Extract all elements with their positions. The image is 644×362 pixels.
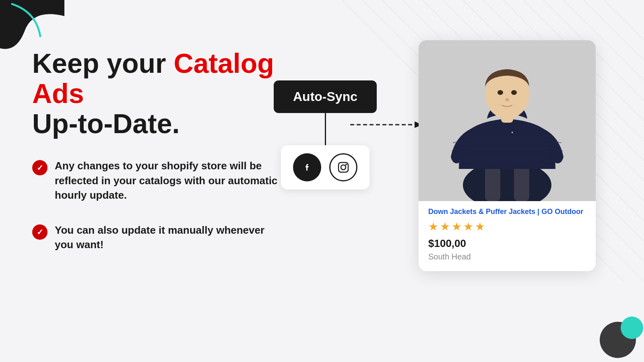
product-card: ● Down Jackets & Puffer Jackets | GO Out… xyxy=(419,40,596,271)
svg-point-18 xyxy=(341,165,346,170)
product-image: ● xyxy=(419,40,596,201)
autosync-section: Auto-Sync xyxy=(274,80,377,189)
check-icon-2 xyxy=(32,224,47,240)
feature-item-1: Any changes to your shopify store will b… xyxy=(32,158,282,202)
star-5: ★ xyxy=(475,220,485,233)
stars-row: ★ ★ ★ ★ ★ xyxy=(428,220,586,233)
star-4: ★ xyxy=(463,220,473,233)
svg-point-35 xyxy=(497,90,503,95)
feature-item-2: You can also update it manually whenever… xyxy=(32,223,282,252)
product-info: Down Jackets & Puffer Jackets | GO Outdo… xyxy=(419,201,596,261)
blob-bottom-right xyxy=(596,314,636,354)
social-icons-container xyxy=(281,145,369,189)
feature-text-1: Any changes to your shopify store will b… xyxy=(55,158,282,202)
product-title: Down Jackets & Puffer Jackets | GO Outdo… xyxy=(428,208,586,216)
headline-part3: Up-to-Date. xyxy=(32,108,180,139)
instagram-icon[interactable] xyxy=(329,153,357,181)
autosync-button[interactable]: Auto-Sync xyxy=(274,80,377,113)
star-2: ★ xyxy=(440,220,450,233)
svg-rect-25 xyxy=(514,165,529,201)
left-content: Keep your Catalog Ads Up-to-Date. Any ch… xyxy=(32,48,282,272)
check-icon-1 xyxy=(32,160,47,175)
svg-point-36 xyxy=(511,90,517,95)
headline-part1: Keep your xyxy=(32,48,173,78)
vertical-connector xyxy=(325,113,326,145)
svg-rect-24 xyxy=(485,165,500,201)
star-3: ★ xyxy=(452,220,462,233)
svg-point-37 xyxy=(505,98,509,101)
svg-text:●: ● xyxy=(511,130,513,134)
facebook-icon[interactable] xyxy=(293,153,321,181)
product-location: South Head xyxy=(428,252,586,261)
headline: Keep your Catalog Ads Up-to-Date. xyxy=(32,48,282,138)
star-1: ★ xyxy=(428,220,438,233)
svg-point-19 xyxy=(345,164,347,165)
product-price: $100,00 xyxy=(428,237,586,250)
feature-text-2: You can also update it manually whenever… xyxy=(55,223,282,252)
svg-point-15 xyxy=(621,317,643,339)
